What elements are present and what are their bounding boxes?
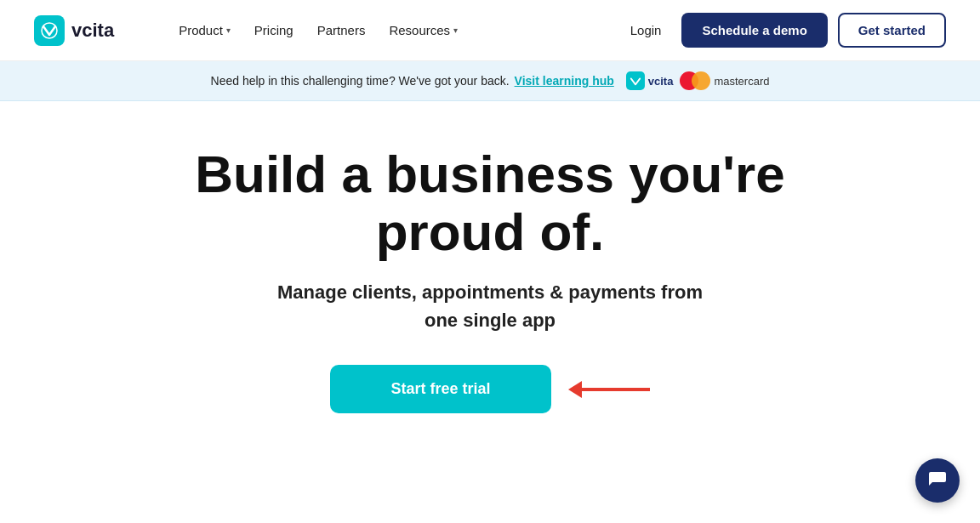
mastercard-label: mastercard [714,75,769,88]
get-started-button[interactable]: Get started [838,13,946,48]
login-button[interactable]: Login [620,16,672,44]
vcita-badge-icon [626,71,645,90]
nav-links: Product ▾ Pricing Partners Resources ▾ [145,0,492,61]
logo[interactable]: vcita [34,15,114,46]
cta-area: Start free trial [330,365,650,413]
chat-widget[interactable] [915,458,960,503]
arrow-indicator [568,381,650,398]
banner-logos: vcita mastercard [626,71,770,90]
nav-pricing[interactable]: Pricing [254,23,293,37]
arrow-line [582,388,650,391]
vcita-badge: vcita [626,71,674,90]
demo-button[interactable]: Schedule a demo [681,13,827,48]
hero-subtitle: Manage clients, appointments & payments … [269,278,711,334]
mastercard-circles [680,71,710,90]
nav-resources[interactable]: Resources ▾ [389,23,458,37]
start-trial-button[interactable]: Start free trial [330,365,551,413]
chat-icon [927,470,948,491]
nav-partners[interactable]: Partners [317,23,366,37]
navbar: vcita Product ▾ Pricing Partners Resourc… [0,0,980,61]
banner: Need help in this challenging time? We'v… [0,61,980,101]
banner-text: Need help in this challenging time? We'v… [211,74,510,88]
mastercard-icon: mastercard [680,71,769,90]
nav-left: vcita Product ▾ Pricing Partners Resourc… [34,0,492,61]
mc-yellow-circle [692,71,710,90]
nav-product[interactable]: Product ▾ [179,23,231,37]
hero-section: Build a business you're proud of. Manage… [0,101,980,413]
hero-title: Build a business you're proud of. [192,145,788,261]
logo-icon [34,15,65,46]
resources-chevron-icon: ▾ [453,26,458,35]
arrow-icon [568,381,582,398]
brand-name: vcita [71,20,114,42]
product-chevron-icon: ▾ [226,26,231,35]
nav-right: Login Schedule a demo Get started [620,13,946,48]
vcita-badge-text: vcita [648,75,674,88]
banner-link[interactable]: Visit learning hub [515,74,614,88]
